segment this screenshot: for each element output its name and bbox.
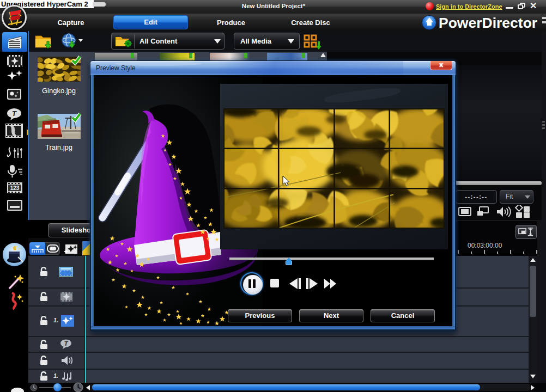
svg-text:T: T bbox=[12, 109, 17, 118]
svg-text:123: 123 bbox=[10, 185, 20, 191]
